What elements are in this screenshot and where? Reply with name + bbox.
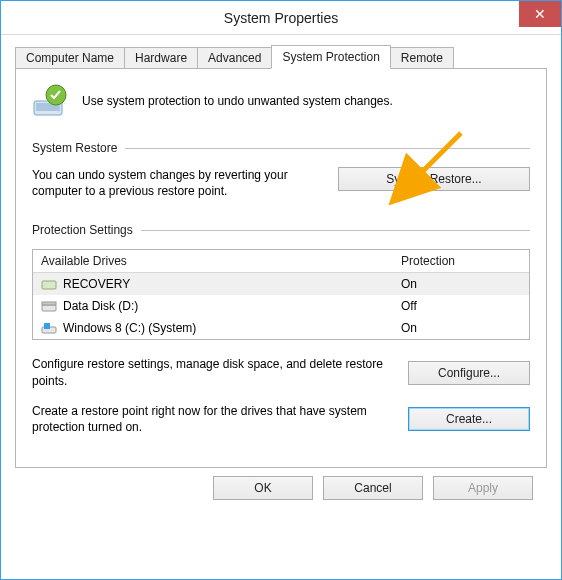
intro-row: Use system protection to undo unwanted s… [32, 83, 530, 119]
system-restore-button[interactable]: System Restore... [338, 167, 530, 191]
tab-remote[interactable]: Remote [390, 47, 454, 69]
protection-settings-heading: Protection Settings [32, 223, 530, 237]
intro-text: Use system protection to undo unwanted s… [82, 94, 393, 108]
table-row[interactable]: RECOVERY On [33, 273, 529, 295]
system-restore-label: System Restore [32, 141, 117, 155]
drive-name: RECOVERY [63, 277, 130, 291]
restore-description: You can undo system changes by reverting… [32, 167, 320, 199]
svg-rect-3 [42, 281, 56, 289]
window-title: System Properties [224, 10, 338, 26]
close-button[interactable]: ✕ [519, 1, 561, 27]
dialog-footer: OK Cancel Apply [15, 468, 547, 500]
tab-panel: Use system protection to undo unwanted s… [15, 68, 547, 468]
tab-advanced[interactable]: Advanced [197, 47, 272, 69]
create-description: Create a restore point right now for the… [32, 403, 390, 435]
drive-name: Data Disk (D:) [63, 299, 138, 313]
system-properties-window: System Properties ✕ Computer Name Hardwa… [0, 0, 562, 580]
titlebar: System Properties ✕ [1, 1, 561, 35]
table-row[interactable]: Data Disk (D:) Off [33, 295, 529, 317]
drive-icon [41, 322, 57, 335]
dialog-body: Computer Name Hardware Advanced System P… [1, 35, 561, 510]
close-icon: ✕ [534, 6, 546, 22]
drives-header: Available Drives Protection [33, 250, 529, 273]
drive-icon [41, 278, 57, 291]
configure-description: Configure restore settings, manage disk … [32, 356, 390, 388]
drive-status: On [401, 277, 521, 291]
divider [141, 230, 530, 231]
apply-button: Apply [433, 476, 533, 500]
svg-rect-5 [42, 302, 56, 305]
table-row[interactable]: Windows 8 (C:) (System) On [33, 317, 529, 339]
svg-rect-4 [42, 305, 56, 311]
configure-button[interactable]: Configure... [408, 361, 530, 385]
column-available-drives[interactable]: Available Drives [41, 254, 401, 268]
cancel-button[interactable]: Cancel [323, 476, 423, 500]
tab-computer-name[interactable]: Computer Name [15, 47, 125, 69]
restore-row: You can undo system changes by reverting… [32, 167, 530, 199]
drive-status: Off [401, 299, 521, 313]
create-row: Create a restore point right now for the… [32, 403, 530, 435]
system-restore-heading: System Restore [32, 141, 530, 155]
tab-hardware[interactable]: Hardware [124, 47, 198, 69]
drive-icon [41, 300, 57, 313]
drive-name: Windows 8 (C:) (System) [63, 321, 196, 335]
tab-system-protection[interactable]: System Protection [271, 45, 390, 69]
svg-rect-7 [44, 323, 50, 329]
tab-strip: Computer Name Hardware Advanced System P… [15, 47, 547, 69]
column-protection[interactable]: Protection [401, 254, 521, 268]
configure-row: Configure restore settings, manage disk … [32, 356, 530, 388]
system-protection-icon [32, 83, 68, 119]
ok-button[interactable]: OK [213, 476, 313, 500]
protection-settings-label: Protection Settings [32, 223, 133, 237]
drive-status: On [401, 321, 521, 335]
divider [125, 148, 530, 149]
create-button[interactable]: Create... [408, 407, 530, 431]
drives-table: Available Drives Protection RECOVERY On [32, 249, 530, 340]
